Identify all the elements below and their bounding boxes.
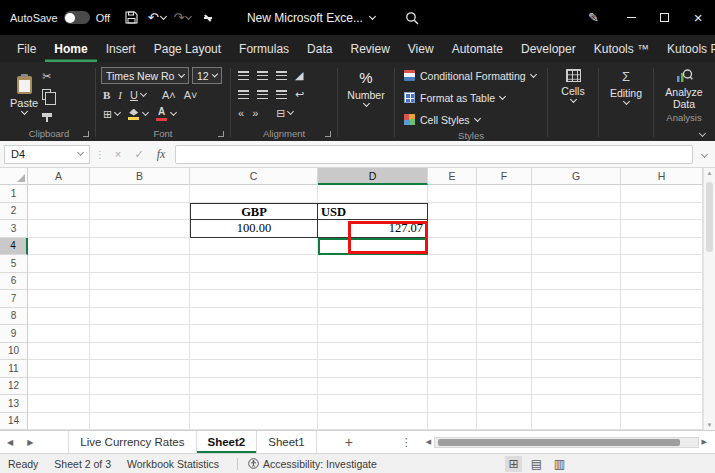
cell-A12[interactable] bbox=[28, 378, 90, 396]
cell-E4[interactable] bbox=[428, 238, 477, 256]
formula-input[interactable] bbox=[175, 145, 693, 164]
cells-button[interactable]: Cells bbox=[551, 64, 595, 102]
row-header-13[interactable]: 13 bbox=[0, 395, 28, 413]
cell-E6[interactable] bbox=[428, 273, 477, 291]
copy-button[interactable] bbox=[42, 88, 52, 102]
column-header-E[interactable]: E bbox=[428, 168, 477, 185]
sheet-info[interactable]: Sheet 2 of 3 bbox=[54, 458, 111, 470]
conditional-formatting-button[interactable]: Conditional Formatting bbox=[398, 66, 544, 85]
cell-F9[interactable] bbox=[477, 325, 532, 343]
cell-B4[interactable] bbox=[90, 238, 190, 256]
cell-H11[interactable] bbox=[621, 360, 703, 378]
cell-H14[interactable] bbox=[621, 413, 703, 431]
cell-E11[interactable] bbox=[428, 360, 477, 378]
cell-D4[interactable] bbox=[318, 238, 428, 256]
cell-E3[interactable] bbox=[428, 220, 477, 238]
enter-button[interactable]: ✓ bbox=[131, 148, 147, 161]
cell-F6[interactable] bbox=[477, 273, 532, 291]
cell-G5[interactable] bbox=[532, 255, 621, 273]
cell-G3[interactable] bbox=[532, 220, 621, 238]
cell-E2[interactable] bbox=[428, 203, 477, 221]
vertical-scroll-thumb[interactable] bbox=[706, 182, 713, 252]
cell-C6[interactable] bbox=[190, 273, 318, 291]
normal-view-button[interactable]: ⊞ bbox=[505, 456, 522, 472]
cell-A11[interactable] bbox=[28, 360, 90, 378]
cell-G8[interactable] bbox=[532, 308, 621, 326]
cell-A2[interactable] bbox=[28, 203, 90, 221]
row-header-12[interactable]: 12 bbox=[0, 378, 28, 396]
cell-F14[interactable] bbox=[477, 413, 532, 431]
accessibility-checker[interactable]: Accessibility: Investigate bbox=[248, 458, 377, 470]
align-left-button[interactable] bbox=[238, 90, 249, 99]
cell-D9[interactable] bbox=[318, 325, 428, 343]
cell-H9[interactable] bbox=[621, 325, 703, 343]
cell-C14[interactable] bbox=[190, 413, 318, 431]
cell-H4[interactable] bbox=[621, 238, 703, 256]
cell-D8[interactable] bbox=[318, 308, 428, 326]
row-header-1[interactable]: 1 bbox=[0, 185, 28, 203]
align-bottom-button[interactable] bbox=[276, 71, 287, 80]
cell-B14[interactable] bbox=[90, 413, 190, 431]
cell-D3[interactable]: 127.07 bbox=[318, 220, 428, 238]
document-title[interactable]: New Microsoft Exce... bbox=[247, 11, 375, 25]
cut-button[interactable]: ✂ bbox=[42, 69, 52, 83]
formula-bar-splitter[interactable]: ⋮ bbox=[95, 149, 105, 160]
analyze-data-button[interactable]: Analyze Data bbox=[657, 64, 711, 110]
save-button[interactable] bbox=[118, 11, 144, 24]
cell-F11[interactable] bbox=[477, 360, 532, 378]
menu-tab-view[interactable]: View bbox=[399, 35, 443, 62]
row-header-14[interactable]: 14 bbox=[0, 413, 28, 431]
align-middle-button[interactable] bbox=[257, 71, 268, 80]
cell-F3[interactable] bbox=[477, 220, 532, 238]
cell-G13[interactable] bbox=[532, 395, 621, 413]
cell-H2[interactable] bbox=[621, 203, 703, 221]
cell-C10[interactable] bbox=[190, 343, 318, 361]
cell-H8[interactable] bbox=[621, 308, 703, 326]
row-header-11[interactable]: 11 bbox=[0, 360, 28, 378]
cell-E13[interactable] bbox=[428, 395, 477, 413]
cell-B6[interactable] bbox=[90, 273, 190, 291]
cell-A5[interactable] bbox=[28, 255, 90, 273]
undo-button[interactable]: ↶ bbox=[144, 10, 170, 25]
cell-E10[interactable] bbox=[428, 343, 477, 361]
workbook-statistics[interactable]: Workbook Statistics bbox=[127, 458, 219, 470]
maximize-button[interactable] bbox=[648, 0, 682, 35]
cell-C9[interactable] bbox=[190, 325, 318, 343]
cancel-button[interactable]: × bbox=[110, 148, 126, 160]
vertical-scrollbar[interactable]: ▲ ▼ bbox=[703, 168, 715, 430]
format-as-table-button[interactable]: Format as Table bbox=[398, 88, 544, 107]
align-center-button[interactable] bbox=[257, 90, 268, 99]
increase-font-button[interactable]: A˄ bbox=[162, 89, 176, 101]
cell-E5[interactable] bbox=[428, 255, 477, 273]
cell-D13[interactable] bbox=[318, 395, 428, 413]
cell-G7[interactable] bbox=[532, 290, 621, 308]
insert-function-button[interactable]: fx bbox=[152, 147, 170, 162]
cell-H10[interactable] bbox=[621, 343, 703, 361]
sheet-tab-sheet2[interactable]: Sheet2 bbox=[197, 431, 258, 453]
font-size-select[interactable]: 12 bbox=[192, 67, 222, 84]
menu-tab-formulas[interactable]: Formulas bbox=[230, 35, 298, 62]
column-header-H[interactable]: H bbox=[621, 168, 703, 185]
cell-D1[interactable] bbox=[318, 185, 428, 203]
font-dialog-launcher[interactable] bbox=[218, 131, 224, 137]
page-break-view-button[interactable]: ▥ bbox=[551, 456, 568, 472]
cell-E14[interactable] bbox=[428, 413, 477, 431]
cell-C12[interactable] bbox=[190, 378, 318, 396]
cell-E1[interactable] bbox=[428, 185, 477, 203]
cell-C13[interactable] bbox=[190, 395, 318, 413]
cell-E7[interactable] bbox=[428, 290, 477, 308]
cell-B13[interactable] bbox=[90, 395, 190, 413]
row-header-4[interactable]: 4 bbox=[0, 238, 28, 256]
cell-G10[interactable] bbox=[532, 343, 621, 361]
cell-D6[interactable] bbox=[318, 273, 428, 291]
menu-tab-data[interactable]: Data bbox=[298, 35, 341, 62]
cell-A6[interactable] bbox=[28, 273, 90, 291]
cell-F8[interactable] bbox=[477, 308, 532, 326]
cell-F10[interactable] bbox=[477, 343, 532, 361]
cell-B2[interactable] bbox=[90, 203, 190, 221]
menu-tab-page-layout[interactable]: Page Layout bbox=[145, 35, 230, 62]
cell-H5[interactable] bbox=[621, 255, 703, 273]
draw-button[interactable]: ✎ bbox=[581, 10, 607, 25]
orientation-button[interactable]: ◢ bbox=[295, 69, 303, 82]
row-header-8[interactable]: 8 bbox=[0, 308, 28, 326]
